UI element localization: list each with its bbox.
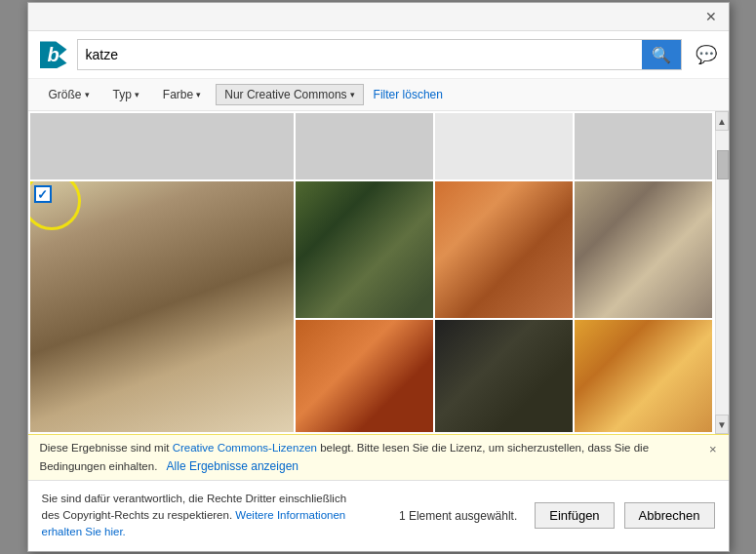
- list-item[interactable]: [435, 113, 573, 179]
- more-info-link2[interactable]: erhalten Sie hier.: [42, 526, 126, 537]
- alle-ergebnisse-link[interactable]: Alle Ergebnisse anzeigen: [167, 459, 298, 473]
- list-item[interactable]: [296, 181, 433, 318]
- cancel-button[interactable]: Abbrechen: [624, 502, 715, 529]
- scroll-track[interactable]: [716, 131, 729, 415]
- image-checkbox[interactable]: ✓: [34, 185, 52, 203]
- chevron-down-icon: ▾: [135, 90, 139, 99]
- scroll-thumb[interactable]: [717, 150, 729, 179]
- chevron-down-icon: ▾: [196, 90, 201, 99]
- cc-license-link[interactable]: Creative Commons-Lizenzen: [173, 442, 317, 454]
- chevron-up-icon: ▲: [717, 116, 727, 127]
- partial-top-row: [28, 111, 715, 179]
- insert-button[interactable]: Einfügen: [535, 502, 614, 529]
- filter-loeschen-link[interactable]: Filter löschen: [374, 88, 443, 101]
- info-bar-text-before: Diese Ergebnisse sind mit: [40, 442, 173, 454]
- bottom-bar: Sie sind dafür verantwortlich, die Recht…: [28, 480, 729, 551]
- filter-farbe-button[interactable]: Farbe ▾: [154, 84, 210, 105]
- list-item[interactable]: [575, 320, 712, 432]
- scroll-up-button[interactable]: ▲: [715, 111, 729, 131]
- search-icon: 🔍: [652, 46, 671, 64]
- list-item[interactable]: [575, 181, 712, 318]
- list-item[interactable]: [30, 113, 294, 179]
- image-area: ✓ ▲: [28, 111, 729, 434]
- chat-icon[interactable]: 💬: [696, 44, 717, 65]
- list-item[interactable]: [296, 113, 433, 179]
- filter-cc-button[interactable]: Nur Creative Commons ▾: [216, 84, 363, 105]
- list-item[interactable]: [435, 320, 573, 432]
- filter-typ-button[interactable]: Typ ▾: [104, 84, 148, 105]
- list-item[interactable]: [575, 113, 712, 179]
- title-bar: ✕: [28, 3, 729, 31]
- header: b 🔍 💬: [28, 31, 729, 79]
- scrollbar: ▲ ▼: [715, 111, 729, 434]
- chevron-down-icon: ▾: [350, 90, 355, 99]
- list-item[interactable]: [435, 181, 573, 318]
- close-button[interactable]: ✕: [699, 7, 723, 26]
- bing-logo-icon: b: [40, 41, 67, 68]
- info-bar-close-button[interactable]: ×: [709, 440, 717, 459]
- bottom-text: Sie sind dafür verantwortlich, die Recht…: [42, 491, 389, 541]
- list-item[interactable]: ✓: [30, 181, 294, 432]
- search-input[interactable]: [78, 40, 642, 69]
- scroll-down-button[interactable]: ▼: [715, 415, 729, 434]
- element-count: 1 Element ausgewählt.: [399, 509, 517, 523]
- more-info-link[interactable]: Weitere Informationen: [235, 509, 345, 521]
- filter-bar: Größe ▾ Typ ▾ Farbe ▾ Nur Creative Commo…: [28, 79, 729, 111]
- bing-logo: b: [40, 41, 67, 68]
- search-button[interactable]: 🔍: [642, 40, 681, 69]
- chevron-down-icon: ▼: [717, 419, 727, 430]
- search-box: 🔍: [77, 39, 682, 70]
- bing-image-search-dialog: ✕ b 🔍 💬 Größe ▾ Typ ▾ Farbe ▾: [27, 2, 730, 551]
- list-item[interactable]: [296, 320, 433, 432]
- bottom-text-line1: Sie sind dafür verantwortlich, die Recht…: [42, 493, 347, 504]
- info-bar: × Diese Ergebnisse sind mit Creative Com…: [28, 434, 729, 480]
- checkmark-icon: ✓: [37, 187, 48, 202]
- filter-grosse-button[interactable]: Größe ▾: [40, 84, 99, 105]
- chevron-down-icon: ▾: [85, 90, 90, 99]
- bottom-text-line2: des Copyright-Rechts zu respektieren.: [42, 509, 233, 521]
